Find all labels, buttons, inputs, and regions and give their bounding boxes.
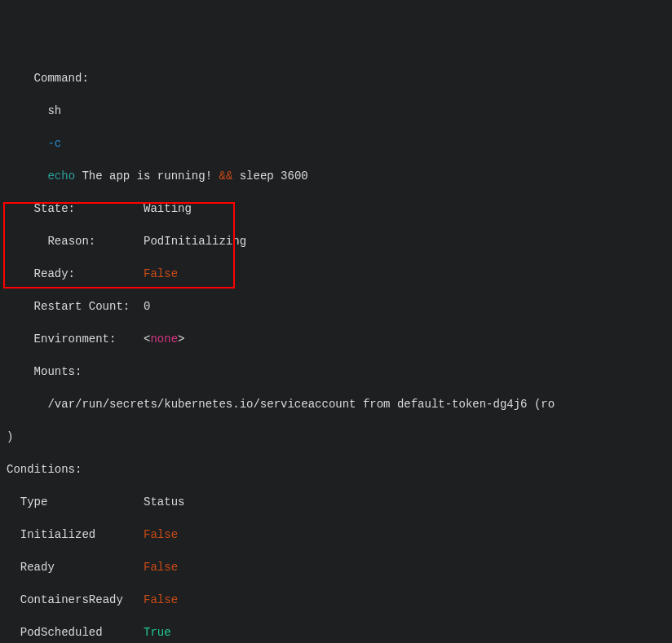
state-line: State: Waiting: [7, 200, 665, 217]
reason-line: Reason: PodInitializing: [7, 233, 665, 249]
conditions-cols: Type Status: [7, 494, 665, 510]
cmd-label: Command:: [7, 70, 665, 86]
ready-line: Ready: False: [7, 266, 665, 282]
env-line: Environment: <none>: [7, 331, 665, 347]
cond-scheduled: PodScheduled True: [7, 624, 665, 641]
cond-ready: Ready False: [7, 559, 665, 575]
mounts-value: /var/run/secrets/kubernetes.io/serviceac…: [7, 396, 665, 412]
cmd-echo-line: echo The app is running! && sleep 3600: [7, 168, 665, 184]
mounts-close: ): [7, 429, 665, 445]
cond-containers: ContainersReady False: [7, 592, 665, 608]
conditions-header: Conditions:: [7, 461, 665, 478]
cmd-sh: sh: [7, 103, 665, 119]
cmd-flag: -c: [7, 135, 665, 152]
restart-line: Restart Count: 0: [7, 298, 665, 315]
cond-initialized: Initialized False: [7, 526, 665, 543]
mounts-label: Mounts:: [7, 363, 665, 380]
